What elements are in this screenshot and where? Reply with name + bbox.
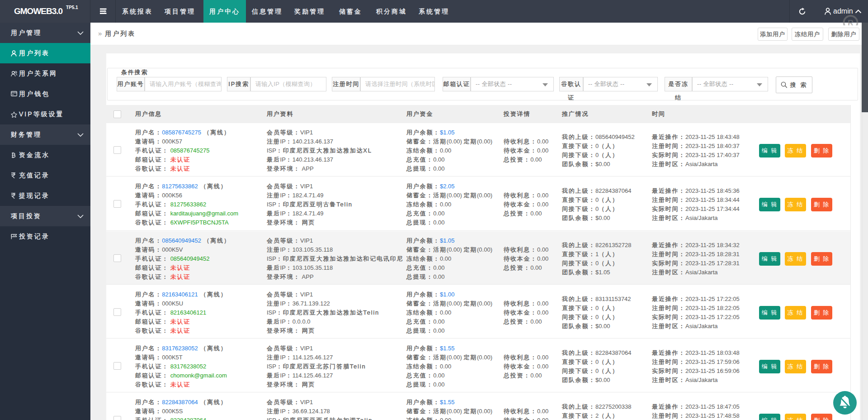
- svg-text:R: R: [848, 19, 854, 25]
